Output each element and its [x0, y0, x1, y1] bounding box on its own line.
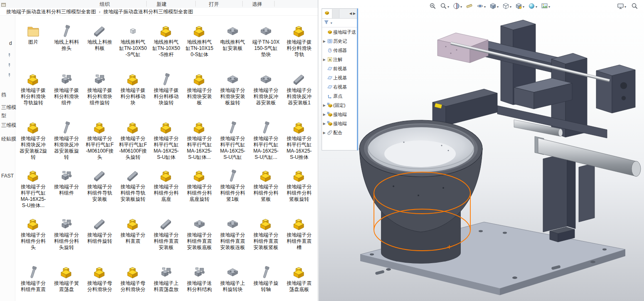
file-item[interactable]: 接地端子母分料滑块分 — [116, 263, 150, 301]
file-item[interactable]: 接地端子分料组件分料头旋转 — [50, 215, 83, 263]
file-item[interactable]: 接地端子分料组件分料竖1板 — [216, 166, 249, 215]
file-item[interactable]: 地线推料气缸TN-10X150-S缸体 — [183, 22, 216, 70]
file-item[interactable]: 接地端子分料平行气缸MA-16X25-S-U推体... — [17, 166, 50, 215]
toolbar-item-select[interactable]: 选择 — [252, 1, 262, 8]
view-orientation-button[interactable]: ▾ — [489, 2, 499, 11]
file-item[interactable]: 接地端子旋转轴 — [249, 263, 283, 301]
file-item[interactable]: 接地端子分料滑块安装板 — [183, 70, 216, 118]
filter-icon[interactable] — [324, 19, 329, 27]
expander-arrow[interactable]: ▶ — [322, 113, 326, 116]
file-item[interactable]: 端子TN-10X150-S气缸垫块 — [249, 22, 283, 70]
tree-item[interactable]: 接地端子送 — [322, 27, 357, 37]
file-item[interactable]: 接地端子分料平行气缸F-M06100F接头旋转 — [116, 118, 150, 166]
toolbar-item-new[interactable]: 新建 — [157, 1, 167, 8]
file-item[interactable]: 接地端子分料组件直震安装板竖板 — [249, 215, 283, 263]
file-item[interactable]: 接地端子震荡盘底板 — [283, 263, 316, 301]
viewport-3d[interactable] — [319, 0, 644, 301]
file-item[interactable]: 接地端子分料平行气缸MA-16X25-S-U汽缸 — [216, 118, 249, 166]
pin-icon[interactable] — [7, 62, 12, 69]
file-item[interactable]: 接地端子分料组件旋转 — [83, 215, 116, 263]
tree-item[interactable]: ▶历史记 — [322, 37, 357, 46]
file-item[interactable]: 接地端子拨料分料滑块组件 — [50, 70, 83, 118]
toolbar-item-open[interactable]: 打开 — [209, 1, 219, 8]
file-item[interactable]: 地线推料气缸TN-10X50-S气缸 — [116, 22, 150, 70]
file-item[interactable]: 接地端子分料组件直震安装板底板 — [183, 215, 216, 263]
tree-item[interactable]: 原点 — [322, 91, 357, 101]
expander-arrow[interactable]: ▶ — [322, 131, 326, 135]
zoom-button[interactable] — [631, 2, 638, 11]
file-item[interactable]: 接地端子分料直震 — [116, 215, 150, 263]
file-item[interactable]: 接地端子分料平行气缸MA-16X25-S-U推体 — [283, 118, 316, 166]
breadcrumb-segment[interactable]: 接地端子振动盘送料分料三维模型全套图 — [103, 8, 193, 15]
pin-icon[interactable] — [7, 72, 12, 79]
nav-item-fragment[interactable]: 型 — [1, 112, 6, 119]
file-item[interactable]: 接地端子分料组件直震安装板连板 — [216, 215, 249, 263]
measure-button[interactable] — [466, 2, 473, 11]
file-item[interactable]: 接地端子分料平行气缸MA-16X25-S-U汽缸... — [249, 118, 283, 166]
nav-item-fragment[interactable]: 三维模 — [1, 104, 16, 111]
expander-arrow[interactable]: ▶ — [322, 58, 326, 62]
tree-item[interactable]: 传感器 — [322, 46, 357, 55]
breadcrumb-segment[interactable]: 接地端子振动盘送料分料三维模型全套图 — [6, 8, 96, 15]
tree-item[interactable]: ▶(固定) — [322, 101, 357, 110]
file-item[interactable]: 接地端子母分料滑块分 — [83, 263, 116, 301]
file-item[interactable]: 接地端子上料旋转块 — [216, 263, 249, 301]
file-item[interactable]: 接地端子分料滑块安装板旋转 — [216, 70, 249, 118]
file-item[interactable]: 接地端子分料滑块反冲器安装板1 — [283, 70, 316, 118]
zoom-area-button[interactable] — [429, 2, 436, 11]
zoom-fit-button[interactable]: ▾ — [440, 2, 449, 11]
file-item[interactable]: 地线上料料推头 — [50, 22, 83, 70]
file-item[interactable]: 接地端子拨料分料移动块 — [116, 70, 150, 118]
nav-item-fragment[interactable]: 三维模 — [1, 122, 16, 129]
tree-item[interactable]: 前视基 — [322, 64, 357, 73]
file-item[interactable]: 接地端子分料滑块反冲器安装板2旋转 — [17, 118, 50, 166]
file-item[interactable]: 接地端子拨料分料滑块导轨旋转 — [17, 70, 50, 118]
tree-item[interactable]: ▶接地端 — [322, 119, 357, 128]
tree-item[interactable]: ▶配合 — [322, 128, 357, 137]
nav-item-fragment[interactable]: FAST — [1, 173, 14, 179]
file-item[interactable]: 接地端子拨料分料移动块旋转 — [150, 70, 183, 118]
file-item[interactable]: 接地端子拨料分料滑块组件旋转 — [83, 70, 116, 118]
file-item[interactable]: 接地端子拨料分料滑块导轨 — [283, 22, 316, 70]
expander-arrow[interactable]: ▶ — [322, 122, 326, 126]
file-item[interactable]: 接地端子分料组件直震槽 — [283, 215, 316, 263]
tab-featuremanager[interactable] — [322, 9, 332, 18]
filter-caret-icon[interactable]: ▼ — [330, 22, 333, 25]
file-item[interactable]: 接地端子分料组件导轨安装板 — [83, 166, 116, 215]
vibration-bowl[interactable] — [359, 120, 482, 232]
file-item[interactable]: 接地端子分料组件分料底座 — [150, 166, 183, 215]
file-item[interactable]: 接地端子分料组件分料竖板旋转 — [283, 166, 316, 215]
file-item[interactable]: 接地端子上料震荡盘放 — [150, 263, 183, 301]
file-item[interactable]: 接地端子分料平行气缸F-M06100F接头 — [83, 118, 116, 166]
file-item[interactable]: 地线推料气缸TN-10X50-S推杆 — [150, 22, 183, 70]
file-item[interactable]: 接地端子分料组件直震安装板 — [150, 215, 183, 263]
file-item[interactable]: 接地端子簧震荡盘 — [50, 263, 83, 301]
file-item[interactable]: 接地端子分料滑块反冲器安装板 — [249, 70, 283, 118]
panel-collapse-arrow[interactable]: ◀ — [349, 12, 352, 15]
tab-propertymanager[interactable] — [332, 9, 339, 18]
file-item[interactable]: 接地端子分料组件导轨安装板旋转 — [116, 166, 150, 215]
hide-show-button[interactable]: ▾ — [477, 2, 486, 11]
pink-mount-block[interactable] — [438, 33, 488, 63]
file-item[interactable]: 接地端子送料分料结构 — [183, 263, 216, 301]
file-item[interactable]: 接地端子分料组件分料底座旋转 — [183, 166, 216, 215]
tree-item[interactable]: ▶接地端 — [322, 110, 357, 119]
panel-expand-arrow[interactable]: ▶ — [353, 12, 356, 15]
nav-item-fragment[interactable]: d — [9, 40, 12, 46]
pin-icon[interactable] — [7, 52, 12, 59]
file-item[interactable]: 接地端子分料滑块反冲器安装板旋转 — [50, 118, 83, 166]
file-item[interactable]: 接地端子分料平行气缸MA-16X25-S-U缸体... — [183, 118, 216, 166]
section-view-button[interactable]: ▾ — [453, 2, 462, 11]
display-style-button[interactable]: ▾ — [502, 2, 511, 11]
file-item[interactable]: 图片 — [17, 22, 50, 70]
file-item[interactable]: 接地端子分料组件分料竖板 — [249, 166, 283, 215]
nav-item-fragment[interactable]: 经贴膜 — [1, 136, 16, 143]
monitor-button[interactable]: ▾ — [617, 2, 626, 11]
tree-item[interactable]: 右视基 — [322, 82, 357, 91]
nav-item-fragment[interactable]: 挡 — [1, 91, 6, 99]
file-item[interactable]: 电线推料气缸安装板 — [216, 22, 249, 70]
scene-button[interactable]: ▾ — [541, 2, 550, 11]
expander-arrow[interactable]: ▶ — [322, 104, 326, 107]
file-item[interactable]: 地线上料推料板 — [83, 22, 116, 70]
file-item[interactable]: 接地端子分料组件直震 — [17, 263, 50, 301]
